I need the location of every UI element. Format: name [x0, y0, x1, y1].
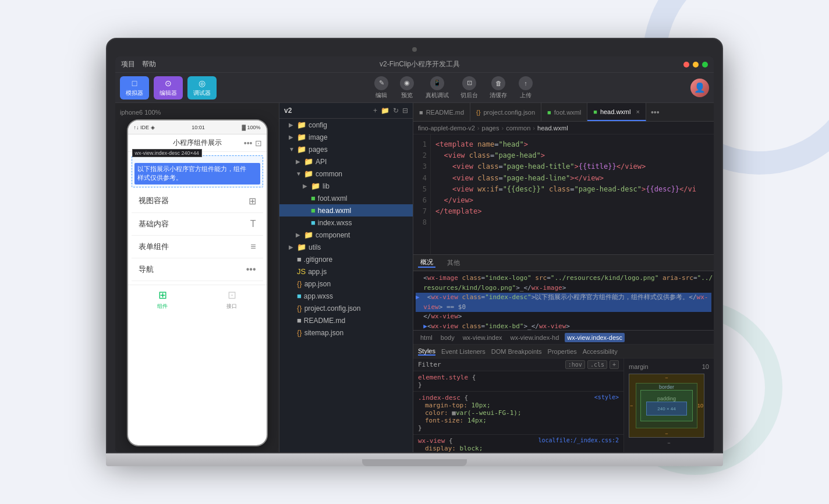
highlight-label: wx-view.index-desc 240×44	[132, 149, 202, 157]
styles-tab-dom-breakpoints[interactable]: DOM Breakpoints	[491, 348, 542, 355]
breadcrumb-item-root: fino-applet-demo-v2	[418, 125, 475, 132]
clear-cache-action[interactable]: 🗑 清缓存	[490, 76, 507, 100]
menu-project[interactable]: 项目	[121, 59, 135, 69]
folder-icon: 📁	[297, 145, 306, 154]
bottom-tab-overview[interactable]: 概况	[418, 258, 435, 268]
element-tab-html[interactable]: html	[418, 333, 435, 342]
file-wxml-icon: ■	[311, 194, 316, 203]
styles-prop: color: ■var(--weui-FG-1);	[418, 409, 522, 417]
nav-item-view-container[interactable]: 视图容器 ⊞	[132, 190, 263, 213]
html-source[interactable]: <wx-image class="index-logo" src="../res…	[413, 271, 714, 331]
devtools-styles-content[interactable]: Filter :hov .cls +	[413, 359, 623, 452]
tree-item-image[interactable]: ▶ 📁 image	[279, 131, 413, 143]
styles-tab-styles[interactable]: Styles	[418, 347, 435, 356]
editor-panel: ■ README.md {} project.config.json ■ foo…	[413, 103, 714, 452]
laptop-base	[106, 453, 723, 466]
code-content[interactable]: <template name="head"> <view class="page…	[431, 134, 714, 254]
styles-filter-input[interactable]: Filter	[418, 361, 561, 368]
refresh-icon[interactable]: ↻	[393, 107, 399, 115]
minimize-button[interactable]	[693, 62, 699, 68]
main-content: iphone6 100% ↑↓ IDE ◈ 10:01 ▓ 100% 小程序组件…	[115, 103, 714, 452]
nav-item-basic-content[interactable]: 基础内容 T	[132, 213, 263, 236]
menu-help[interactable]: 帮助	[142, 59, 156, 69]
collapse-all-icon[interactable]: ⊟	[402, 107, 408, 115]
styles-source[interactable]: localfile:/_index.css:2	[539, 437, 619, 443]
tab-project-config-label: project.config.json	[483, 109, 535, 116]
tree-label: config	[309, 121, 327, 129]
element-tab-wx-view-index-desc[interactable]: wx-view.index-desc	[565, 333, 625, 342]
tree-item-app-json[interactable]: ▶ {} app.json	[279, 278, 413, 290]
file-tree-actions: + 📁 ↻ ⊟	[373, 107, 408, 115]
tab-project-config[interactable]: {} project.config.json	[470, 103, 541, 121]
folder-icon: 📁	[297, 133, 306, 141]
tab-foot-wxml-label: foot.wxml	[554, 109, 581, 116]
phone-title-text: 小程序组件展示	[173, 138, 222, 148]
chevron-right-icon: ▶	[289, 134, 295, 140]
devtools-panel: 概况 其他 <wx-image class="index-logo" src="…	[413, 254, 714, 452]
tree-item-sitemap[interactable]: ▶ {} sitemap.json	[279, 326, 413, 339]
tree-item-pages[interactable]: ▼ 📁 pages	[279, 143, 413, 155]
editor-button[interactable]: ⊙ 编辑器	[154, 76, 183, 100]
tree-item-foot-wxml[interactable]: ▶ ■ foot.wxml	[279, 192, 413, 204]
styles-tab-accessibility[interactable]: Accessibility	[583, 348, 618, 355]
tree-item-common[interactable]: ▼ 📁 common	[279, 168, 413, 180]
tree-item-lib[interactable]: ▶ 📁 lib	[279, 180, 413, 192]
debugger-button[interactable]: ◎ 调试器	[187, 76, 217, 100]
upload-action[interactable]: ↑ 上传	[519, 76, 533, 100]
tab-foot-wxml[interactable]: ■ foot.wxml	[541, 103, 587, 121]
tree-item-index-wxss[interactable]: ▶ ■ index.wxss	[279, 216, 413, 229]
user-avatar[interactable]: 👤	[690, 79, 709, 97]
new-file-icon[interactable]: +	[373, 107, 377, 115]
code-line-1: <template name="head">	[435, 139, 709, 150]
maximize-button[interactable]	[702, 62, 708, 68]
element-tab-body[interactable]: body	[438, 333, 457, 342]
close-button[interactable]	[683, 62, 689, 68]
phone-more-icon[interactable]: •••	[244, 139, 253, 148]
empty-icon: ▶	[289, 305, 295, 311]
element-tab-wx-view-index-hd[interactable]: wx-view.index-hd	[508, 333, 562, 342]
tab-more-icon[interactable]: •••	[646, 108, 664, 117]
code-editor[interactable]: 12345678 <template name="head"> <view cl…	[413, 134, 714, 254]
nav-item-icon-nav: •••	[246, 264, 256, 275]
bottom-tab-other[interactable]: 其他	[445, 258, 462, 267]
tree-item-gitignore[interactable]: ▶ ■ .gitignore	[279, 253, 413, 265]
nav-item-form[interactable]: 表单组件 ≡	[132, 236, 263, 258]
preview-icon: ◉	[400, 76, 414, 90]
tree-item-component[interactable]: ▶ 📁 component	[279, 229, 413, 241]
styles-tab-event-listeners[interactable]: Event Listeners	[441, 348, 486, 355]
tree-item-app-wxss[interactable]: ▶ ■ app.wxss	[279, 290, 413, 302]
edit-action[interactable]: ✎ 编辑	[374, 76, 388, 100]
background-label: 切后台	[460, 91, 478, 100]
tree-item-readme[interactable]: ▶ ■ README.md	[279, 314, 413, 326]
styles-source[interactable]: <style>	[594, 394, 619, 400]
tree-item-config[interactable]: ▶ 📁 config	[279, 119, 413, 131]
phone-nav-component[interactable]: ⊞ 组件	[128, 289, 197, 310]
background-action[interactable]: ⊡ 切后台	[460, 76, 478, 100]
nav-item-nav[interactable]: 导航 •••	[132, 258, 263, 281]
device-debug-action[interactable]: 📱 真机调试	[426, 76, 449, 100]
phone-expand-icon[interactable]: ⊡	[255, 139, 262, 148]
tree-item-head-wxml[interactable]: ▶ ■ head.wxml	[279, 204, 413, 216]
tree-label: app.wxss	[304, 292, 333, 300]
cls-badge[interactable]: .cls	[587, 360, 607, 369]
styles-tab-properties[interactable]: Properties	[548, 348, 577, 355]
tree-item-utils[interactable]: ▶ 📁 utils	[279, 241, 413, 253]
preview-action[interactable]: ◉ 预览	[400, 76, 414, 100]
hover-badge[interactable]: :hov	[565, 360, 585, 369]
tab-readme[interactable]: ■ README.md	[413, 103, 470, 121]
bm-margin-left: −	[630, 403, 633, 409]
chevron-down-icon: ▼	[289, 146, 295, 152]
simulator-button[interactable]: □ 模拟器	[120, 76, 149, 100]
tab-head-wxml[interactable]: ■ head.wxml ×	[587, 103, 646, 121]
phone-nav-api[interactable]: ⊡ 接口	[197, 289, 267, 310]
preview-label: 预览	[401, 91, 413, 100]
add-badge[interactable]: +	[610, 360, 619, 369]
styles-selector: .index-desc	[418, 394, 460, 402]
tab-close-icon[interactable]: ×	[636, 108, 639, 115]
tree-item-project-config[interactable]: ▶ {} project.config.json	[279, 302, 413, 314]
tree-item-api[interactable]: ▶ 📁 API	[279, 155, 413, 168]
breadcrumb-item-common: common	[506, 125, 530, 132]
new-folder-icon[interactable]: 📁	[381, 107, 389, 115]
element-tab-wx-view-index[interactable]: wx-view.index	[460, 333, 505, 342]
tree-item-app-js[interactable]: ▶ JS app.js	[279, 265, 413, 278]
